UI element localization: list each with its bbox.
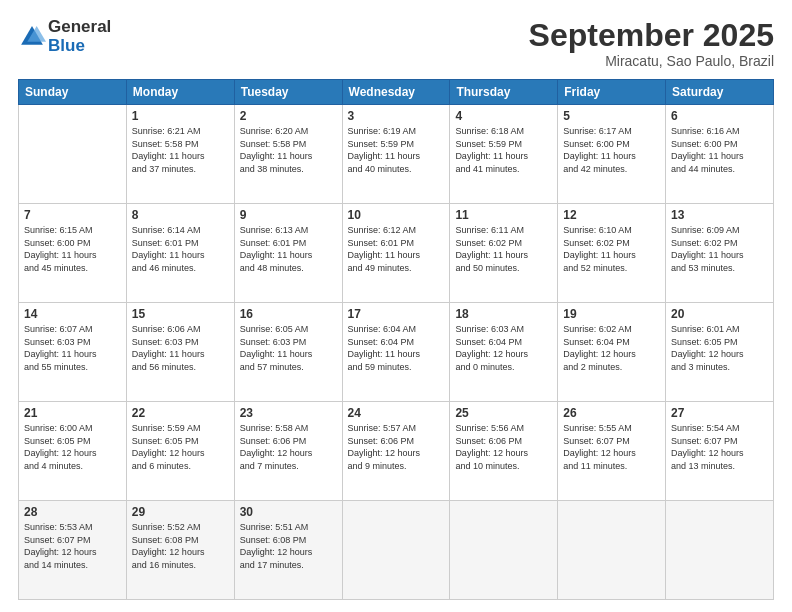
day-number: 22 (132, 406, 229, 420)
calendar-week-row: 21Sunrise: 6:00 AM Sunset: 6:05 PM Dayli… (19, 402, 774, 501)
calendar-cell: 30Sunrise: 5:51 AM Sunset: 6:08 PM Dayli… (234, 501, 342, 600)
calendar-cell: 29Sunrise: 5:52 AM Sunset: 6:08 PM Dayli… (126, 501, 234, 600)
day-number: 25 (455, 406, 552, 420)
calendar-cell: 20Sunrise: 6:01 AM Sunset: 6:05 PM Dayli… (666, 303, 774, 402)
day-number: 16 (240, 307, 337, 321)
calendar-week-row: 1Sunrise: 6:21 AM Sunset: 5:58 PM Daylig… (19, 105, 774, 204)
weekday-header: Sunday (19, 80, 127, 105)
calendar-week-row: 28Sunrise: 5:53 AM Sunset: 6:07 PM Dayli… (19, 501, 774, 600)
calendar-cell: 27Sunrise: 5:54 AM Sunset: 6:07 PM Dayli… (666, 402, 774, 501)
day-info: Sunrise: 5:58 AM Sunset: 6:06 PM Dayligh… (240, 422, 337, 472)
day-info: Sunrise: 6:03 AM Sunset: 6:04 PM Dayligh… (455, 323, 552, 373)
month-title: September 2025 (529, 18, 774, 53)
calendar-cell: 9Sunrise: 6:13 AM Sunset: 6:01 PM Daylig… (234, 204, 342, 303)
day-info: Sunrise: 6:05 AM Sunset: 6:03 PM Dayligh… (240, 323, 337, 373)
day-number: 24 (348, 406, 445, 420)
day-number: 6 (671, 109, 768, 123)
day-info: Sunrise: 5:52 AM Sunset: 6:08 PM Dayligh… (132, 521, 229, 571)
calendar-cell (450, 501, 558, 600)
calendar-cell: 1Sunrise: 6:21 AM Sunset: 5:58 PM Daylig… (126, 105, 234, 204)
day-info: Sunrise: 6:04 AM Sunset: 6:04 PM Dayligh… (348, 323, 445, 373)
calendar-cell: 4Sunrise: 6:18 AM Sunset: 5:59 PM Daylig… (450, 105, 558, 204)
day-info: Sunrise: 5:51 AM Sunset: 6:08 PM Dayligh… (240, 521, 337, 571)
day-info: Sunrise: 6:15 AM Sunset: 6:00 PM Dayligh… (24, 224, 121, 274)
day-info: Sunrise: 6:21 AM Sunset: 5:58 PM Dayligh… (132, 125, 229, 175)
calendar-cell: 22Sunrise: 5:59 AM Sunset: 6:05 PM Dayli… (126, 402, 234, 501)
calendar-cell: 2Sunrise: 6:20 AM Sunset: 5:58 PM Daylig… (234, 105, 342, 204)
calendar-cell: 7Sunrise: 6:15 AM Sunset: 6:00 PM Daylig… (19, 204, 127, 303)
day-info: Sunrise: 6:02 AM Sunset: 6:04 PM Dayligh… (563, 323, 660, 373)
calendar-cell: 19Sunrise: 6:02 AM Sunset: 6:04 PM Dayli… (558, 303, 666, 402)
calendar-cell: 26Sunrise: 5:55 AM Sunset: 6:07 PM Dayli… (558, 402, 666, 501)
day-info: Sunrise: 6:14 AM Sunset: 6:01 PM Dayligh… (132, 224, 229, 274)
calendar-cell: 21Sunrise: 6:00 AM Sunset: 6:05 PM Dayli… (19, 402, 127, 501)
day-info: Sunrise: 6:18 AM Sunset: 5:59 PM Dayligh… (455, 125, 552, 175)
day-info: Sunrise: 6:13 AM Sunset: 6:01 PM Dayligh… (240, 224, 337, 274)
day-number: 23 (240, 406, 337, 420)
day-number: 8 (132, 208, 229, 222)
day-number: 4 (455, 109, 552, 123)
calendar-cell (666, 501, 774, 600)
weekday-header: Monday (126, 80, 234, 105)
day-info: Sunrise: 6:09 AM Sunset: 6:02 PM Dayligh… (671, 224, 768, 274)
weekday-header: Tuesday (234, 80, 342, 105)
day-number: 29 (132, 505, 229, 519)
calendar-cell: 5Sunrise: 6:17 AM Sunset: 6:00 PM Daylig… (558, 105, 666, 204)
calendar-cell (558, 501, 666, 600)
calendar-cell: 8Sunrise: 6:14 AM Sunset: 6:01 PM Daylig… (126, 204, 234, 303)
calendar-cell: 16Sunrise: 6:05 AM Sunset: 6:03 PM Dayli… (234, 303, 342, 402)
day-number: 14 (24, 307, 121, 321)
calendar-cell: 3Sunrise: 6:19 AM Sunset: 5:59 PM Daylig… (342, 105, 450, 204)
day-number: 10 (348, 208, 445, 222)
day-number: 9 (240, 208, 337, 222)
day-info: Sunrise: 5:54 AM Sunset: 6:07 PM Dayligh… (671, 422, 768, 472)
calendar-cell: 28Sunrise: 5:53 AM Sunset: 6:07 PM Dayli… (19, 501, 127, 600)
weekday-row: SundayMondayTuesdayWednesdayThursdayFrid… (19, 80, 774, 105)
page: General Blue September 2025 Miracatu, Sa… (0, 0, 792, 612)
calendar-week-row: 7Sunrise: 6:15 AM Sunset: 6:00 PM Daylig… (19, 204, 774, 303)
logo-icon (18, 23, 46, 51)
day-info: Sunrise: 5:55 AM Sunset: 6:07 PM Dayligh… (563, 422, 660, 472)
day-info: Sunrise: 5:56 AM Sunset: 6:06 PM Dayligh… (455, 422, 552, 472)
weekday-header: Friday (558, 80, 666, 105)
day-info: Sunrise: 6:20 AM Sunset: 5:58 PM Dayligh… (240, 125, 337, 175)
day-number: 11 (455, 208, 552, 222)
day-number: 18 (455, 307, 552, 321)
day-info: Sunrise: 6:11 AM Sunset: 6:02 PM Dayligh… (455, 224, 552, 274)
day-number: 13 (671, 208, 768, 222)
day-number: 15 (132, 307, 229, 321)
day-info: Sunrise: 6:16 AM Sunset: 6:00 PM Dayligh… (671, 125, 768, 175)
title-block: September 2025 Miracatu, Sao Paulo, Braz… (529, 18, 774, 69)
calendar-cell: 15Sunrise: 6:06 AM Sunset: 6:03 PM Dayli… (126, 303, 234, 402)
calendar-week-row: 14Sunrise: 6:07 AM Sunset: 6:03 PM Dayli… (19, 303, 774, 402)
location-subtitle: Miracatu, Sao Paulo, Brazil (529, 53, 774, 69)
logo: General Blue (18, 18, 111, 55)
calendar-cell: 6Sunrise: 6:16 AM Sunset: 6:00 PM Daylig… (666, 105, 774, 204)
calendar-cell (342, 501, 450, 600)
day-info: Sunrise: 6:10 AM Sunset: 6:02 PM Dayligh… (563, 224, 660, 274)
calendar-cell: 24Sunrise: 5:57 AM Sunset: 6:06 PM Dayli… (342, 402, 450, 501)
calendar-cell: 23Sunrise: 5:58 AM Sunset: 6:06 PM Dayli… (234, 402, 342, 501)
calendar-cell: 17Sunrise: 6:04 AM Sunset: 6:04 PM Dayli… (342, 303, 450, 402)
day-info: Sunrise: 6:01 AM Sunset: 6:05 PM Dayligh… (671, 323, 768, 373)
weekday-header: Thursday (450, 80, 558, 105)
calendar-cell: 11Sunrise: 6:11 AM Sunset: 6:02 PM Dayli… (450, 204, 558, 303)
day-number: 3 (348, 109, 445, 123)
logo-text: General Blue (48, 18, 111, 55)
day-number: 17 (348, 307, 445, 321)
calendar-cell: 14Sunrise: 6:07 AM Sunset: 6:03 PM Dayli… (19, 303, 127, 402)
day-number: 28 (24, 505, 121, 519)
logo-general: General (48, 18, 111, 37)
day-info: Sunrise: 5:59 AM Sunset: 6:05 PM Dayligh… (132, 422, 229, 472)
calendar-cell (19, 105, 127, 204)
day-number: 1 (132, 109, 229, 123)
day-info: Sunrise: 6:07 AM Sunset: 6:03 PM Dayligh… (24, 323, 121, 373)
calendar-cell: 18Sunrise: 6:03 AM Sunset: 6:04 PM Dayli… (450, 303, 558, 402)
day-number: 2 (240, 109, 337, 123)
day-number: 21 (24, 406, 121, 420)
day-number: 12 (563, 208, 660, 222)
calendar-body: 1Sunrise: 6:21 AM Sunset: 5:58 PM Daylig… (19, 105, 774, 600)
day-number: 19 (563, 307, 660, 321)
day-info: Sunrise: 6:19 AM Sunset: 5:59 PM Dayligh… (348, 125, 445, 175)
day-info: Sunrise: 5:53 AM Sunset: 6:07 PM Dayligh… (24, 521, 121, 571)
